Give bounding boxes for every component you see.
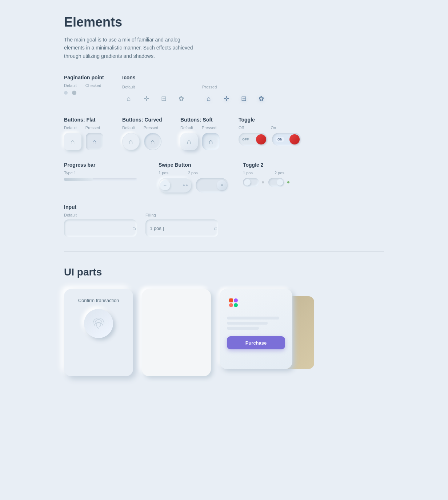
swipe-thumb-right: ≡ [217,180,227,190]
svg-point-3 [234,303,238,307]
pagination-checked-label: Checked [85,83,101,88]
buttons-soft-labels: Default Pressed [180,126,224,130]
input-filling-wrapper: ⌂ [145,219,218,237]
row-1: Pagination point Default Checked Icons D… [64,75,384,105]
input-default-field[interactable] [68,226,129,231]
buttons-flat-pressed-label: Pressed [85,126,100,130]
pagination-labels: Default Checked [64,83,108,88]
icons-default-group: Default ⌂ ✛ ⊟ ✿ [122,83,188,105]
purchase-button[interactable]: Purchase [227,336,285,349]
toggle2-1pos-group [243,178,264,187]
toggle-on-label: On [271,126,276,130]
progress-bar-type: Type 1 [64,171,144,175]
home-icon-default: ⌂ [122,92,135,105]
icons-pressed-group: Pressed ⌂ ✛ ⊟ ✿ [202,83,268,105]
home-icon-pressed: ⌂ [202,92,215,105]
white-card [142,289,211,376]
toggle-off-text: OFF [242,138,249,141]
swipe-btn-1pos[interactable]: ← [159,178,191,193]
confirm-card-title: Confirm transaction [78,298,119,303]
pagination-dot-checked [72,91,76,95]
progress-bar-title: Progress bar [64,162,144,168]
toggle2-2pos-group [268,178,289,187]
card-line-2 [227,322,268,325]
input-filling-group: Filling ⌂ [145,213,218,237]
layers-icon-pressed: ⊟ [237,92,250,105]
buttons-flat-default-label: Default [64,126,77,130]
input-default-group: Default ⌂ [64,213,137,237]
icons-default-items: ⌂ ✛ ⊟ ✿ [122,92,188,105]
toggle-labels: Off On [239,126,301,130]
buttons-flat-labels: Default Pressed [64,126,108,130]
page-description: The main goal is to use a mix of familia… [64,36,195,60]
progress-track [64,178,137,181]
toggle2-section: Toggle 2 1 pos 2 pos [243,162,289,193]
card-line-3 [227,327,259,330]
buttons-curved-items: ⌂ ⌂ [122,133,166,150]
swipe-2pos-label: 2 pos [188,171,198,175]
input-title: Input [64,204,239,210]
swipe-arrow-left: ← [160,180,170,190]
btn-flat-pressed[interactable]: ⌂ [86,133,103,150]
toggle2-title: Toggle 2 [243,162,289,168]
settings-icon-default: ✿ [175,92,188,105]
layers-icon-default: ⊟ [157,92,170,105]
btn-soft-default[interactable]: ⌂ [180,133,198,150]
buttons-curved-pressed-label: Pressed [144,126,158,130]
buttons-flat-section: Buttons: Flat Default Pressed ⌂ ⌂ [64,117,108,150]
btn-curved-default[interactable]: ⌂ [122,133,140,150]
icons-pressed-label: Pressed [202,85,217,89]
toggle2-track-1[interactable] [243,178,259,187]
swipe-btn-2pos[interactable]: ≡ [196,178,228,193]
btn-soft-pressed[interactable]: ⌂ [202,133,220,150]
input-filling-field[interactable] [150,226,211,231]
buttons-soft-title: Buttons: Soft [180,117,224,123]
toggle-on[interactable]: ON [272,133,301,146]
buttons-flat-items: ⌂ ⌂ [64,133,108,150]
swipe-1pos-label: 1 pos [159,171,168,175]
card-line-1 [227,317,279,320]
toggle-off-label: Off [239,126,244,130]
page-container: Elements The main goal is to use a mix o… [42,0,406,391]
row-3: Progress bar Type 1 Swipe Button 1 pos 2… [64,162,384,193]
ui-parts-title: UI parts [64,266,384,278]
toggle-off[interactable]: OFF [239,133,268,146]
fingerprint-icon [91,316,107,332]
fingerprint-circle[interactable] [84,309,113,338]
swipe-items: ← ≡ [159,178,228,193]
buttons-curved-labels: Default Pressed [122,126,166,130]
icons-title: Icons [122,75,268,80]
icons-default-label: Default [122,85,135,89]
buttons-curved-section: Buttons: Curved Default Pressed ⌂ ⌂ [122,117,166,150]
cursor-icon-default: ✛ [140,92,153,105]
toggle2-labels: 1 pos 2 pos [243,171,289,175]
icons-pressed-items: ⌂ ✛ ⊟ ✿ [202,92,268,105]
pagination-title: Pagination point [64,75,108,80]
btn-flat-default[interactable]: ⌂ [64,133,81,150]
pagination-dot-default [64,91,68,95]
card-lines [227,317,285,330]
figma-logo [227,296,240,309]
toggle2-track-2[interactable] [268,178,284,187]
icons-section: Icons Default ⌂ ✛ ⊟ ✿ Pressed ⌂ ✛ [122,75,268,105]
buttons-curved-default-label: Default [122,126,135,130]
figma-icon [228,297,239,309]
pagination-default-label: Default [64,83,77,88]
progress-fill [64,178,93,181]
buttons-soft-items: ⌂ ⌂ [180,133,224,150]
toggle-on-text: ON [276,137,284,142]
toggle2-1pos-label: 1 pos [243,171,253,175]
svg-rect-1 [229,303,233,307]
toggle-items: OFF ON [239,133,301,146]
btn-curved-pressed[interactable]: ⌂ [144,133,161,150]
toggle-off-thumb [256,134,266,144]
section-divider [64,251,384,252]
swipe-dots [183,184,188,186]
swipe-button-title: Swipe Button [159,162,228,168]
purchase-front-card: Purchase [220,289,292,369]
input-default-label: Default [64,213,137,217]
toggle2-2pos-label: 2 pos [275,171,284,175]
swipe-dot-2 [186,184,188,186]
buttons-soft-pressed-label: Pressed [202,126,216,130]
confirm-transaction-card: Confirm transaction [64,289,133,376]
